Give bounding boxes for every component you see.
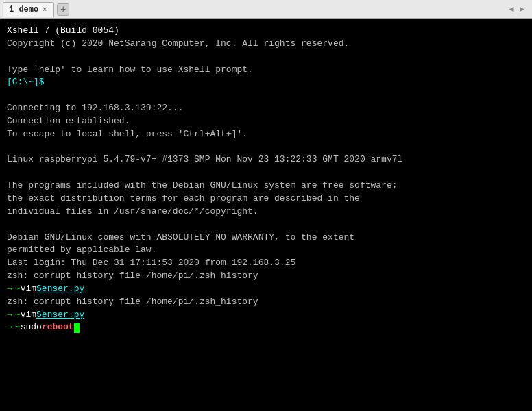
prompt-reboot-cmd: reboot — [42, 321, 74, 334]
terminal-area[interactable]: Xshell 7 (Build 0054) Copyright (c) 2020… — [0, 19, 532, 411]
terminal-prompt-sudo: → ~ sudo reboot — [7, 321, 525, 334]
main-window: 1 demo × + ◄ ► Xshell 7 (Build 0054) Cop… — [0, 0, 532, 411]
terminal-line-escape: To escape to local shell, press 'Ctrl+Al… — [7, 128, 525, 141]
nav-arrows: ◄ ► — [507, 5, 529, 14]
new-tab-button[interactable]: + — [57, 3, 69, 16]
terminal-blank-2 — [7, 89, 525, 102]
nav-right-arrow[interactable]: ► — [518, 5, 527, 14]
tab-close-button[interactable]: × — [41, 6, 48, 14]
prompt-arrow-3: → — [7, 321, 12, 334]
terminal-line-connecting: Connecting to 192.168.3.139:22... — [7, 102, 525, 115]
terminal-line-programs: The programs included with the Debian GN… — [7, 179, 525, 192]
terminal-prompt-vim1: → ~ vim Senser.py — [7, 283, 525, 296]
terminal-prompt-local: [C:\~]$ — [7, 76, 525, 89]
nav-left-arrow[interactable]: ◄ — [507, 5, 516, 14]
terminal-blank-5 — [7, 219, 525, 232]
terminal-cursor — [74, 323, 80, 333]
terminal-line-permitted: permitted by applicable law. — [7, 244, 525, 257]
titlebar: 1 demo × + ◄ ► — [0, 0, 532, 19]
tab-label: 1 demo — [9, 5, 38, 14]
terminal-blank-1 — [7, 51, 525, 64]
terminal-line-title: Xshell 7 (Build 0054) — [7, 25, 525, 38]
prompt-arrow-1: → — [7, 283, 12, 296]
terminal-line-corrupt1: zsh: corrupt history file /home/pi/.zsh_… — [7, 270, 525, 283]
terminal-blank-4 — [7, 166, 525, 179]
prompt-vim-cmd-2: vim — [21, 309, 36, 322]
terminal-prompt-vim2: → ~ vim Senser.py — [7, 309, 525, 322]
terminal-blank-3 — [7, 141, 525, 154]
terminal-line-corrupt2: zsh: corrupt history file /home/pi/.zsh_… — [7, 296, 525, 309]
terminal-line-individual: individual files in /usr/share/doc/*/cop… — [7, 206, 525, 219]
terminal-line-lastlogin: Last login: Thu Dec 31 17:11:53 2020 fro… — [7, 257, 525, 270]
terminal-line-exact: the exact distribution terms for each pr… — [7, 192, 525, 206]
prompt-tilde-1: ~ — [15, 283, 21, 296]
tab-demo[interactable]: 1 demo × — [3, 2, 54, 17]
prompt-tilde-2: ~ — [15, 309, 21, 322]
terminal-line-debian: Debian GNU/Linux comes with ABSOLUTELY N… — [7, 232, 525, 245]
prompt-sudo-cmd: sudo — [21, 321, 42, 334]
tab-area: 1 demo × + — [3, 0, 507, 18]
terminal-line-established: Connection established. — [7, 115, 525, 128]
terminal-line-linux: Linux raspberrypi 5.4.79-v7+ #1373 SMP M… — [7, 153, 525, 166]
prompt-arrow-2: → — [7, 309, 12, 322]
prompt-vim-file-1: Senser.py — [36, 283, 84, 296]
prompt-vim-file-2: Senser.py — [36, 309, 84, 322]
prompt-tilde-3: ~ — [15, 321, 21, 334]
prompt-vim-cmd-1: vim — [21, 283, 36, 296]
terminal-line-copyright: Copyright (c) 2020 NetSarang Computer, I… — [7, 38, 525, 51]
terminal-line-help: Type `help' to learn how to use Xshell p… — [7, 64, 525, 77]
